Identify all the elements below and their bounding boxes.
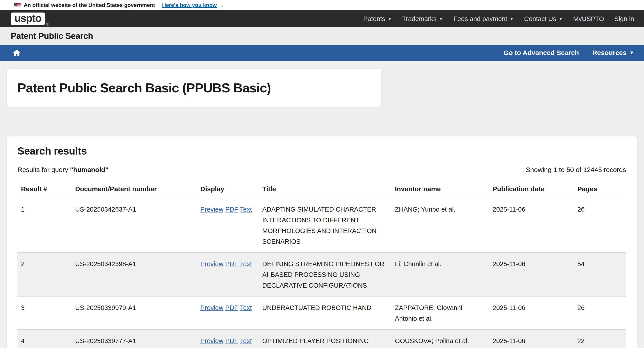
home-icon xyxy=(12,48,21,57)
column-header-pages: Pages xyxy=(574,181,626,198)
table-row: 1 US-20250342637-A1 Preview PDF Text ADA… xyxy=(18,198,626,252)
search-results-card: Search results Results for query "humano… xyxy=(7,136,637,348)
table-row: 3 US-20250339979-A1 Preview PDF Text UND… xyxy=(18,296,626,330)
table-row: 4 US-20250339777-A1 Preview PDF Text OPT… xyxy=(18,330,626,348)
display-links-cell: Preview PDF Text xyxy=(197,296,259,330)
document-number-cell: US-20250339777-A1 xyxy=(72,330,197,348)
page-title: Patent Public Search Basic (PPUBS Basic) xyxy=(18,80,271,95)
results-query-label: Results for query xyxy=(18,166,70,173)
publication-date-cell: 2025-11-06 xyxy=(489,330,574,348)
records-count: Showing 1 to 50 of 12445 records xyxy=(526,166,626,174)
nav-item-label: MyUSPTO xyxy=(573,15,604,22)
column-header-display: Display xyxy=(197,181,259,198)
blue-bar-links: Go to Advanced Search Resources ▼ xyxy=(503,49,634,56)
results-table: Result # Document/Patent number Display … xyxy=(18,181,626,348)
uspto-logo-text: uspto xyxy=(14,12,41,24)
result-number-cell: 2 xyxy=(18,252,72,296)
nav-item-label: Sign in xyxy=(614,15,634,22)
inventor-name-cell: ZHANG; Yunbo et al. xyxy=(391,198,489,252)
inventor-name-cell: Li; Chunlin et al. xyxy=(391,252,489,296)
pdf-link[interactable]: PDF xyxy=(225,304,238,311)
chevron-down-icon: ▼ xyxy=(388,16,392,22)
us-flag-icon xyxy=(14,3,20,7)
uspto-logo[interactable]: uspto xyxy=(11,12,45,25)
nav-item-label: Fees and payment xyxy=(454,15,507,22)
chevron-down-icon: ⌄ xyxy=(220,2,224,8)
nav-item-label: Contact Us xyxy=(524,15,556,22)
inventor-name-cell: GOUSKOVA; Polina et al. xyxy=(391,330,489,348)
chevron-down-icon: ▼ xyxy=(510,16,514,22)
chevron-down-icon: ▼ xyxy=(629,50,634,56)
pdf-link[interactable]: PDF xyxy=(225,206,238,213)
search-results-heading: Search results xyxy=(18,145,626,157)
preview-link[interactable]: Preview xyxy=(200,260,224,268)
blue-nav-bar: Go to Advanced Search Resources ▼ xyxy=(0,45,644,61)
column-header-publication-date: Publication date xyxy=(489,181,574,198)
resources-menu[interactable]: Resources ▼ xyxy=(592,49,634,56)
pages-cell: 54 xyxy=(574,252,626,296)
nav-item-label: Patents xyxy=(363,15,385,22)
result-number-cell: 1 xyxy=(18,198,72,252)
display-links-cell: Preview PDF Text xyxy=(197,330,259,348)
pages-cell: 26 xyxy=(574,198,626,252)
nav-item-label: Trademarks xyxy=(402,15,437,22)
blue-link-label: Resources xyxy=(592,49,626,56)
table-row: 2 US-20250342398-A1 Preview PDF Text DEF… xyxy=(18,252,626,296)
preview-link[interactable]: Preview xyxy=(200,337,224,344)
text-link[interactable]: Text xyxy=(240,337,252,344)
text-link[interactable]: Text xyxy=(240,260,252,268)
registered-trademark-symbol: ® xyxy=(46,22,49,27)
display-links-cell: Preview PDF Text xyxy=(197,252,259,296)
document-number-cell: US-20250339979-A1 xyxy=(72,296,197,330)
publication-date-cell: 2025-11-06 xyxy=(489,296,574,330)
column-header-title: Title xyxy=(259,181,391,198)
pdf-link[interactable]: PDF xyxy=(225,260,238,268)
document-number-cell: US-20250342637-A1 xyxy=(72,198,197,252)
results-query-text: Results for query "humanoid" xyxy=(18,166,108,174)
document-number-cell: US-20250342398-A1 xyxy=(72,252,197,296)
nav-item-trademarks[interactable]: Trademarks ▼ xyxy=(402,15,443,22)
patent-title-cell: UNDERACTUATED ROBOTIC HAND xyxy=(259,296,391,330)
gov-banner: An official website of the United States… xyxy=(0,0,644,10)
nav-item-patents[interactable]: Patents ▼ xyxy=(363,15,392,22)
results-meta-row: Results for query "humanoid" Showing 1 t… xyxy=(18,166,626,174)
main-nav: Patents ▼ Trademarks ▼ Fees and payment … xyxy=(363,15,634,22)
sign-in-link[interactable]: Sign in xyxy=(614,15,634,22)
publication-date-cell: 2025-11-06 xyxy=(489,198,574,252)
banner-text: An official website of the United States… xyxy=(24,2,155,8)
column-header-result-number: Result # xyxy=(18,181,72,198)
preview-link[interactable]: Preview xyxy=(200,304,224,311)
text-link[interactable]: Text xyxy=(240,206,252,213)
page-title-card: Patent Public Search Basic (PPUBS Basic) xyxy=(7,69,381,107)
publication-date-cell: 2025-11-06 xyxy=(489,252,574,296)
patent-title-cell: DEFINING STREAMING PIPELINES FOR AI-BASE… xyxy=(259,252,391,296)
nav-item-myuspto[interactable]: MyUSPTO xyxy=(573,15,604,22)
pages-cell: 22 xyxy=(574,330,626,348)
result-number-cell: 4 xyxy=(18,330,72,348)
main-content: Patent Public Search Basic (PPUBS Basic)… xyxy=(0,69,644,348)
column-header-inventor-name: Inventor name xyxy=(391,181,489,198)
results-query-value: "humanoid" xyxy=(70,166,108,173)
site-header: uspto ® Patents ▼ Trademarks ▼ Fees and … xyxy=(0,10,644,27)
display-links-cell: Preview PDF Text xyxy=(197,198,259,252)
preview-link[interactable]: Preview xyxy=(200,206,224,213)
app-bar-title: Patent Public Search xyxy=(11,31,93,41)
nav-item-contact-us[interactable]: Contact Us ▼ xyxy=(524,15,563,22)
result-number-cell: 3 xyxy=(18,296,72,330)
app-bar: Patent Public Search xyxy=(0,27,644,45)
blue-link-label: Go to Advanced Search xyxy=(503,49,579,56)
nav-item-fees-and-payment[interactable]: Fees and payment ▼ xyxy=(454,15,514,22)
patent-title-cell: ADAPTING SIMULATED CHARACTER INTERACTION… xyxy=(259,198,391,252)
text-link[interactable]: Text xyxy=(240,304,252,311)
inventor-name-cell: ZAPPATORE; Giovanni Antonio et al. xyxy=(391,296,489,330)
patent-title-cell: OPTIMIZED PLAYER POSITIONING SYSTEM IN V… xyxy=(259,330,391,348)
column-header-document-number: Document/Patent number xyxy=(72,181,197,198)
home-button[interactable] xyxy=(12,48,22,57)
chevron-down-icon: ▼ xyxy=(558,16,563,22)
heres-how-you-know-link[interactable]: Here’s how you know xyxy=(162,2,217,8)
chevron-down-icon: ▼ xyxy=(439,16,443,22)
pages-cell: 26 xyxy=(574,296,626,330)
go-to-advanced-search-link[interactable]: Go to Advanced Search xyxy=(503,49,579,56)
pdf-link[interactable]: PDF xyxy=(225,337,238,344)
results-table-header: Result # Document/Patent number Display … xyxy=(18,181,626,198)
